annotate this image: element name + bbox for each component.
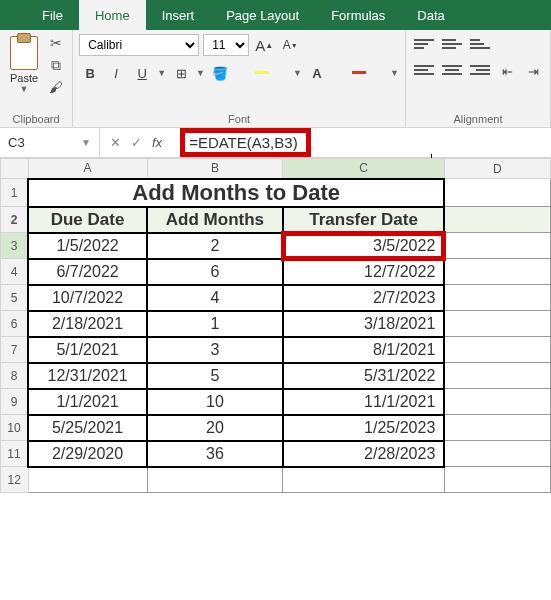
cell-add-months[interactable]: 10 [147, 389, 283, 415]
formula-input[interactable]: =EDATE(A3,B3) [172, 128, 551, 157]
row-header[interactable]: 8 [1, 363, 29, 389]
cell[interactable] [28, 467, 147, 493]
cell[interactable] [444, 259, 550, 285]
cell-due-date[interactable]: 1/5/2022 [28, 233, 147, 259]
cell[interactable] [444, 311, 550, 337]
select-all-corner[interactable] [1, 159, 29, 179]
name-box[interactable]: C3 ▼ [0, 128, 100, 157]
row-header[interactable]: 11 [1, 441, 29, 467]
row-header[interactable]: 6 [1, 311, 29, 337]
cell[interactable] [444, 441, 550, 467]
cell-add-months[interactable]: 20 [147, 415, 283, 441]
col-header-d[interactable]: D [444, 159, 550, 179]
align-bottom-icon[interactable] [468, 34, 492, 54]
cell-transfer-date[interactable]: 1/25/2023 [283, 415, 444, 441]
format-painter-icon[interactable]: 🖌 [46, 78, 66, 96]
font-color-icon[interactable]: A [306, 62, 328, 84]
cell[interactable] [444, 233, 550, 259]
cell[interactable] [444, 285, 550, 311]
cell[interactable] [444, 337, 550, 363]
cell-transfer-date[interactable]: 5/31/2022 [283, 363, 444, 389]
cell-transfer-date[interactable]: 12/7/2022 [283, 259, 444, 285]
tab-data[interactable]: Data [401, 0, 460, 30]
cell-add-months[interactable]: 36 [147, 441, 283, 467]
fill-color-icon[interactable]: 🪣 [209, 62, 231, 84]
cell-due-date[interactable]: 10/7/2022 [28, 285, 147, 311]
tab-home[interactable]: Home [79, 0, 146, 30]
row-header[interactable]: 7 [1, 337, 29, 363]
chevron-down-icon[interactable]: ▼ [157, 68, 166, 78]
cancel-icon[interactable]: ✕ [110, 135, 121, 150]
cell[interactable] [444, 467, 550, 493]
cell[interactable] [444, 389, 550, 415]
italic-button[interactable]: I [105, 62, 127, 84]
cell-add-months[interactable]: 5 [147, 363, 283, 389]
cell-transfer-date[interactable]: 3/5/2022 [283, 233, 444, 259]
header-add-months[interactable]: Add Months [147, 207, 283, 233]
title-cell[interactable]: Add Months to Date [28, 179, 444, 207]
row-header[interactable]: 10 [1, 415, 29, 441]
row-header[interactable]: 2 [1, 207, 29, 233]
increase-font-icon[interactable]: A▲ [253, 34, 275, 56]
col-header-a[interactable]: A [28, 159, 147, 179]
chevron-down-icon[interactable]: ▼ [293, 68, 302, 78]
tab-page-layout[interactable]: Page Layout [210, 0, 315, 30]
align-top-icon[interactable] [412, 34, 436, 54]
col-header-b[interactable]: B [147, 159, 283, 179]
enter-icon[interactable]: ✓ [131, 135, 142, 150]
cell-add-months[interactable]: 4 [147, 285, 283, 311]
underline-button[interactable]: U [131, 62, 153, 84]
cell-due-date[interactable]: 5/1/2021 [28, 337, 147, 363]
cell-transfer-date[interactable]: 8/1/2021 [283, 337, 444, 363]
borders-icon[interactable]: ⊞ [170, 62, 192, 84]
decrease-indent-icon[interactable]: ⇤ [496, 60, 518, 82]
align-left-icon[interactable] [412, 60, 436, 80]
cell-transfer-date[interactable]: 11/1/2021 [283, 389, 444, 415]
cut-icon[interactable]: ✂ [46, 34, 66, 52]
chevron-down-icon[interactable]: ▼ [390, 68, 399, 78]
row-header[interactable]: 1 [1, 179, 29, 207]
cell-due-date[interactable]: 2/18/2021 [28, 311, 147, 337]
cell-add-months[interactable]: 6 [147, 259, 283, 285]
header-transfer-date[interactable]: Transfer Date [283, 207, 444, 233]
tab-insert[interactable]: Insert [146, 0, 211, 30]
cell-transfer-date[interactable]: 2/28/2023 [283, 441, 444, 467]
cell-add-months[interactable]: 3 [147, 337, 283, 363]
cell[interactable] [444, 179, 550, 207]
cell-due-date[interactable]: 12/31/2021 [28, 363, 147, 389]
cell[interactable] [444, 415, 550, 441]
font-size-select[interactable]: 11 [203, 34, 249, 56]
tab-file[interactable]: File [26, 0, 79, 30]
cell[interactable] [283, 467, 444, 493]
header-due-date[interactable]: Due Date [28, 207, 147, 233]
bold-button[interactable]: B [79, 62, 101, 84]
cell-due-date[interactable]: 1/1/2021 [28, 389, 147, 415]
cell[interactable] [444, 207, 550, 233]
cell-add-months[interactable]: 1 [147, 311, 283, 337]
chevron-down-icon[interactable]: ▼ [196, 68, 205, 78]
align-right-icon[interactable] [468, 60, 492, 80]
row-header[interactable]: 4 [1, 259, 29, 285]
row-header[interactable]: 9 [1, 389, 29, 415]
align-center-icon[interactable] [440, 60, 464, 80]
align-middle-icon[interactable] [440, 34, 464, 54]
row-header[interactable]: 3 [1, 233, 29, 259]
fx-icon[interactable]: fx [152, 135, 162, 150]
cell[interactable] [147, 467, 283, 493]
cell[interactable] [444, 363, 550, 389]
row-header[interactable]: 5 [1, 285, 29, 311]
font-name-select[interactable]: Calibri [79, 34, 199, 56]
chevron-down-icon[interactable]: ▼ [81, 137, 91, 148]
increase-indent-icon[interactable]: ⇥ [522, 60, 544, 82]
copy-icon[interactable]: ⧉ [46, 56, 66, 74]
paste-button[interactable]: Paste ▼ [6, 34, 42, 111]
tab-formulas[interactable]: Formulas [315, 0, 401, 30]
cell-due-date[interactable]: 6/7/2022 [28, 259, 147, 285]
row-header[interactable]: 12 [1, 467, 29, 493]
spreadsheet[interactable]: A B C D 1 Add Months to Date 2 Due Date … [0, 158, 551, 493]
cell-due-date[interactable]: 2/29/2020 [28, 441, 147, 467]
cell-add-months[interactable]: 2 [147, 233, 283, 259]
cell-transfer-date[interactable]: 2/7/2023 [283, 285, 444, 311]
decrease-font-icon[interactable]: A▼ [279, 34, 301, 56]
cell-transfer-date[interactable]: 3/18/2021 [283, 311, 444, 337]
